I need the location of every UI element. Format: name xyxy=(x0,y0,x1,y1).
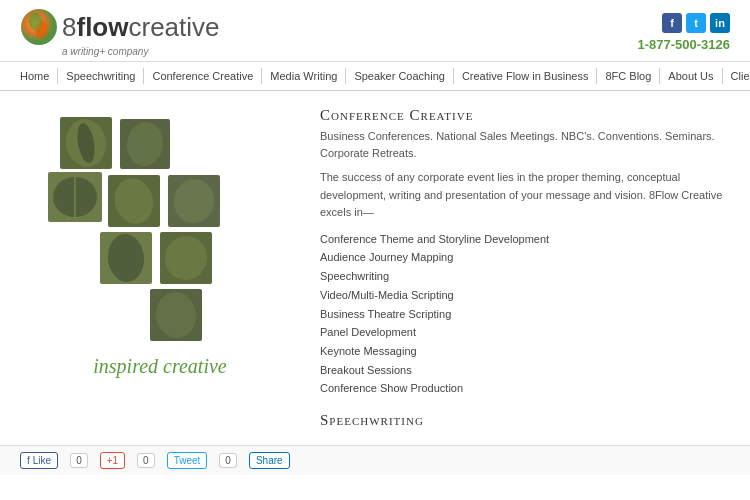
tweet-count: 0 xyxy=(219,453,237,468)
nav-speechwriting[interactable]: Speechwriting xyxy=(58,68,144,84)
logo-icon xyxy=(20,8,58,46)
like-label: Like xyxy=(33,455,51,466)
nav-about-us[interactable]: About Us xyxy=(660,68,722,84)
svg-point-9 xyxy=(171,176,217,225)
leaf-tile-3 xyxy=(48,172,102,222)
share-label: Share xyxy=(256,455,283,466)
list-item: Speechwriting xyxy=(320,267,726,286)
list-item: Breakout Sessions xyxy=(320,361,726,380)
gplus-count: 0 xyxy=(137,453,155,468)
logo-area: 8flowcreative a writing+ company xyxy=(20,8,220,57)
list-item: Conference Show Production xyxy=(320,379,726,398)
leaf-tile-5 xyxy=(168,175,220,227)
googleplus-button[interactable]: +1 xyxy=(100,452,125,469)
speechwriting-section: Speechwriting John Trujillo, founder of … xyxy=(320,412,726,429)
conference-desc: The success of any corporate event lies … xyxy=(320,169,726,222)
list-item: Keynote Messaging xyxy=(320,342,726,361)
navigation: Home Speechwriting Conference Creative M… xyxy=(0,62,750,91)
conference-title: Conference Creative xyxy=(320,107,726,124)
googleplus-label: +1 xyxy=(107,455,118,466)
leaf-grid xyxy=(40,107,280,347)
tweet-label: Tweet xyxy=(174,455,201,466)
nav-creative-flow[interactable]: Creative Flow in Business xyxy=(454,68,598,84)
nav-home[interactable]: Home xyxy=(20,68,58,84)
nav-media-writing[interactable]: Media Writing xyxy=(262,68,346,84)
list-item: Conference Theme and Storyline Developme… xyxy=(320,230,726,249)
facebook-like-button[interactable]: f Like xyxy=(20,452,58,469)
logo-number: 8 xyxy=(62,12,76,42)
logo-flow: flow xyxy=(76,12,128,42)
svg-point-11 xyxy=(161,232,211,284)
svg-point-12 xyxy=(153,289,199,340)
nav-speaker-coaching[interactable]: Speaker Coaching xyxy=(346,68,454,84)
tagline: inspired creative xyxy=(20,355,300,378)
header-right: f t in 1-877-500-3126 xyxy=(637,13,730,52)
like-count: 0 xyxy=(70,453,88,468)
nav-conference-creative[interactable]: Conference Creative xyxy=(144,68,262,84)
logo-creative: creative xyxy=(128,12,219,42)
svg-point-8 xyxy=(110,175,159,227)
linkedin-share-button[interactable]: Share xyxy=(249,452,290,469)
facebook-icon-small: f xyxy=(27,455,30,466)
main-content: inspired creative Conference Creative Bu… xyxy=(0,91,750,445)
twitter-icon[interactable]: t xyxy=(686,13,706,33)
conference-section: Conference Creative Business Conferences… xyxy=(320,107,726,398)
conference-subtitle: Business Conferences. National Sales Mee… xyxy=(320,128,726,161)
linkedin-icon[interactable]: in xyxy=(710,13,730,33)
leaf-tile-4 xyxy=(108,175,160,227)
facebook-icon[interactable]: f xyxy=(662,13,682,33)
footer: f Like 0 +1 0 Tweet 0 Share xyxy=(0,445,750,475)
list-item: Video/Multi-Media Scripting xyxy=(320,286,726,305)
phone-number: 1-877-500-3126 xyxy=(637,37,730,52)
speechwriting-title: Speechwriting xyxy=(320,412,726,429)
nav-clients[interactable]: Clients xyxy=(723,68,750,84)
left-panel: inspired creative xyxy=(20,107,300,429)
nav-8fc-blog[interactable]: 8FC Blog xyxy=(597,68,660,84)
leaf-tile-6 xyxy=(100,232,152,284)
logo-tagline: a writing+ company xyxy=(62,46,148,57)
leaf-tile-8 xyxy=(150,289,202,341)
list-item: Audience Journey Mapping xyxy=(320,248,726,267)
svg-point-10 xyxy=(106,233,146,284)
list-item: Business Theatre Scripting xyxy=(320,305,726,324)
leaf-tile-1 xyxy=(60,117,112,169)
conference-list: Conference Theme and Storyline Developme… xyxy=(320,230,726,398)
logo-text: 8flowcreative xyxy=(62,14,220,40)
header: 8flowcreative a writing+ company f t in … xyxy=(0,0,750,62)
svg-point-5 xyxy=(125,121,165,168)
list-item: Panel Development xyxy=(320,323,726,342)
leaf-tile-7 xyxy=(160,232,212,284)
logo-main: 8flowcreative xyxy=(20,8,220,46)
right-panel: Conference Creative Business Conferences… xyxy=(320,107,730,429)
social-icons: f t in xyxy=(662,13,730,33)
leaf-tile-2 xyxy=(120,119,170,169)
twitter-tweet-button[interactable]: Tweet xyxy=(167,452,208,469)
